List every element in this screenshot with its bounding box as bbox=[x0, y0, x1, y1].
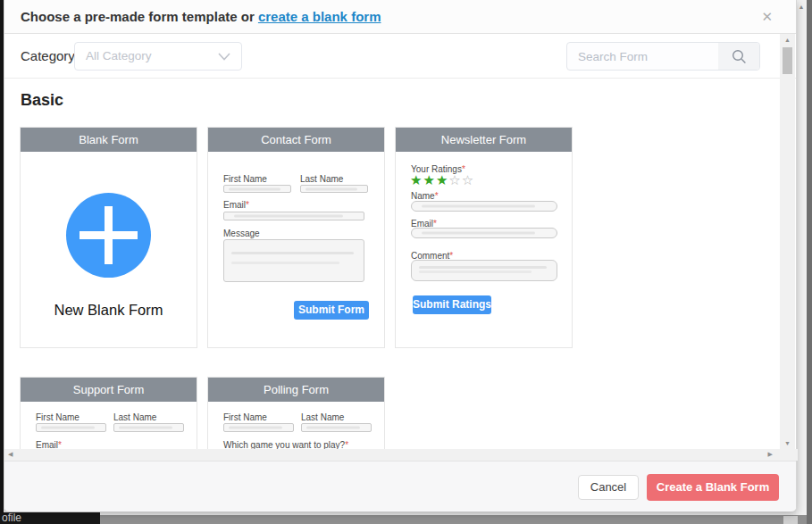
required-marker: * bbox=[345, 440, 348, 449]
card-title: Blank Form bbox=[21, 128, 197, 152]
field-label: First Name bbox=[223, 174, 267, 184]
search-form-box bbox=[566, 42, 760, 71]
template-card-support-form[interactable]: Support Form First Name Last Name Email* bbox=[20, 377, 197, 449]
star-empty-icon: ☆ bbox=[448, 172, 461, 187]
horizontal-scrollbar[interactable]: ◀ ▶ bbox=[4, 449, 780, 461]
field-label: Last Name bbox=[301, 412, 344, 422]
input-preview bbox=[411, 228, 557, 238]
new-blank-form-label: New Blank Form bbox=[21, 302, 197, 319]
input-preview bbox=[301, 423, 372, 432]
scroll-up-icon[interactable]: ▲ bbox=[796, 4, 807, 10]
submit-form-button-preview: Submit Form bbox=[294, 301, 369, 320]
background-scroll-corner bbox=[783, 516, 798, 524]
background-partial-text: ofile bbox=[0, 512, 100, 524]
scroll-up-icon[interactable]: ▲ bbox=[780, 37, 795, 43]
scroll-right-icon[interactable]: ▶ bbox=[768, 451, 773, 458]
star-empty-icon: ☆ bbox=[462, 172, 474, 187]
input-preview bbox=[411, 201, 557, 212]
plus-icon bbox=[66, 193, 151, 278]
category-dropdown[interactable]: All Category bbox=[74, 42, 242, 71]
input-preview bbox=[223, 423, 294, 432]
template-card-polling-form[interactable]: Polling Form First Name Last Name Which … bbox=[207, 377, 385, 449]
close-icon[interactable]: ✕ bbox=[761, 8, 773, 26]
input-preview bbox=[223, 185, 291, 193]
star-rating: ★★★☆☆ bbox=[410, 173, 474, 187]
template-card-newsletter-form[interactable]: Newsletter Form Your Ratings* ★★★☆☆ Name… bbox=[395, 127, 573, 348]
create-blank-form-link[interactable]: create a blank form bbox=[258, 9, 381, 24]
textarea-preview bbox=[223, 239, 364, 282]
search-icon bbox=[732, 49, 747, 64]
textarea-preview bbox=[411, 260, 557, 281]
modal-header: Choose a pre-made form template or creat… bbox=[4, 0, 796, 34]
modal-footer: Cancel Create a Blank Form bbox=[4, 461, 796, 512]
modal-title: Choose a pre-made form template or creat… bbox=[21, 0, 381, 34]
cancel-button[interactable]: Cancel bbox=[578, 475, 639, 500]
field-label: First Name bbox=[36, 412, 80, 422]
field-label: Message bbox=[223, 229, 260, 238]
category-label: Category bbox=[21, 34, 75, 79]
card-title: Contact Form bbox=[208, 128, 384, 152]
page-scrollbar-track[interactable]: ▲ bbox=[796, 0, 807, 524]
field-label: Email* bbox=[36, 440, 62, 449]
vertical-scrollbar[interactable]: ▲ ▼ bbox=[780, 34, 795, 449]
required-marker: * bbox=[246, 200, 249, 210]
scroll-left-icon[interactable]: ◀ bbox=[8, 451, 13, 458]
field-label: Email* bbox=[223, 200, 249, 210]
field-label: Last Name bbox=[113, 412, 156, 422]
input-preview bbox=[36, 423, 106, 432]
input-preview bbox=[300, 185, 368, 193]
modal-toolbar: Category All Category bbox=[4, 34, 796, 79]
template-card-blank-form[interactable]: Blank Form New Blank Form bbox=[20, 127, 197, 348]
background-page-right-edge bbox=[807, 0, 812, 524]
section-title: Basic bbox=[21, 91, 63, 110]
create-blank-form-button[interactable]: Create a Blank Form bbox=[647, 474, 779, 501]
field-label: Which game you want to play?* bbox=[223, 440, 348, 449]
scrollbar-corner bbox=[780, 449, 798, 461]
search-button[interactable] bbox=[718, 43, 759, 70]
form-template-picker-modal: Choose a pre-made form template or creat… bbox=[4, 0, 797, 512]
card-title: Polling Form bbox=[208, 378, 384, 402]
chevron-down-icon bbox=[218, 53, 230, 61]
submit-ratings-button-preview: Submit Ratings bbox=[413, 295, 491, 314]
required-marker: * bbox=[435, 191, 439, 201]
input-preview bbox=[223, 212, 364, 220]
template-card-contact-form[interactable]: Contact Form First Name Last Name Email*… bbox=[207, 127, 385, 348]
star-filled-icon: ★ bbox=[423, 172, 435, 187]
modal-title-text: Choose a pre-made form template or bbox=[21, 9, 258, 24]
vertical-scrollbar-thumb[interactable] bbox=[783, 47, 792, 74]
star-filled-icon: ★ bbox=[410, 172, 423, 187]
category-dropdown-value: All Category bbox=[86, 43, 152, 70]
search-input[interactable] bbox=[567, 43, 721, 70]
field-label: First Name bbox=[223, 412, 267, 422]
card-title: Support Form bbox=[21, 378, 197, 402]
background-page-bottom-bar: ofile bbox=[0, 515, 807, 524]
field-label: Name* bbox=[411, 191, 439, 201]
card-title: Newsletter Form bbox=[396, 128, 572, 152]
required-marker: * bbox=[58, 440, 62, 449]
scroll-down-icon[interactable]: ▼ bbox=[780, 440, 795, 446]
star-filled-icon: ★ bbox=[436, 172, 448, 187]
input-preview bbox=[113, 423, 184, 432]
screen: ▲ ofile Choose a pre-made form template … bbox=[0, 0, 812, 524]
template-list-area: Basic Blank Form New Blank Form Contact … bbox=[4, 79, 780, 449]
field-label: Last Name bbox=[300, 174, 343, 184]
